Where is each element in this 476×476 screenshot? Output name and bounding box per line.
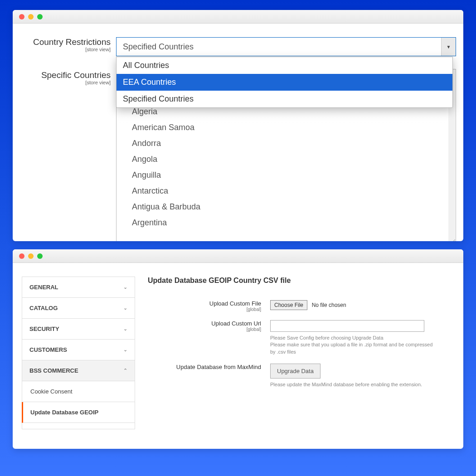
hint-text: Please update the MaxMind database befor…: [270, 381, 433, 388]
sidebar-group-catalog[interactable]: CATALOG⌄: [22, 298, 135, 319]
country-item[interactable]: Antigua & Barbuda: [130, 199, 456, 215]
sidebar-label: CUSTOMERS: [29, 346, 67, 353]
chevron-down-icon: ⌄: [123, 305, 127, 311]
close-dot-icon[interactable]: [19, 14, 24, 19]
country-item[interactable]: Anguilla: [130, 167, 456, 183]
sidebar-label: SECURITY: [29, 325, 59, 332]
country-item[interactable]: Angola: [130, 151, 456, 167]
chevron-up-icon: ⌃: [123, 368, 127, 374]
upload-file-label: Upload Custom File: [209, 300, 261, 307]
maximize-dot-icon[interactable]: [37, 14, 43, 19]
sidebar-tail: [22, 423, 135, 429]
sidebar-group-bss[interactable]: BSS COMMERCE⌃: [22, 360, 135, 381]
sidebar-sub-update-geoip[interactable]: Update Database GEOIP: [22, 402, 135, 423]
scope-text: [store view]: [16, 47, 111, 52]
country-item[interactable]: American Samoa: [130, 120, 456, 136]
hint-text: Please Save Config before choosing Upgra…: [270, 335, 433, 341]
config-content: Update Database GEOIP Country CSV file U…: [148, 277, 454, 449]
upload-url-input[interactable]: [270, 320, 424, 332]
scope-text: [global]: [148, 307, 261, 312]
page-title: Update Database GEOIP Country CSV file: [148, 277, 454, 287]
file-status: No file chosen: [312, 302, 346, 308]
titlebar: [13, 249, 463, 263]
sidebar-label: GENERAL: [29, 284, 58, 291]
config-sidebar: GENERAL⌄ CATALOG⌄ SECURITY⌄ CUSTOMERS⌄ B…: [22, 277, 135, 449]
sidebar-group-security[interactable]: SECURITY⌄: [22, 319, 135, 340]
chevron-down-icon[interactable]: ▼: [441, 38, 456, 56]
country-item[interactable]: Argentina: [130, 215, 456, 231]
specific-countries-label: Specific Countries: [41, 70, 111, 80]
country-restrictions-select[interactable]: Specified Countries ▼: [116, 37, 456, 56]
chevron-down-icon: ⌄: [123, 347, 127, 353]
country-item[interactable]: Antarctica: [130, 183, 456, 199]
country-item[interactable]: Andorra: [130, 136, 456, 151]
sidebar-label: CATALOG: [29, 305, 58, 311]
sidebar-group-general[interactable]: GENERAL⌄: [22, 277, 135, 298]
select-value: Specified Countries: [123, 42, 194, 52]
upgrade-data-button[interactable]: Upgrade Data: [270, 364, 321, 379]
window-country-restrictions: Country Restrictions [store view] Specif…: [13, 10, 463, 241]
chevron-down-icon: ⌄: [123, 326, 127, 332]
scope-text: [global]: [148, 327, 261, 332]
upload-url-label: Upload Custom Url: [211, 320, 261, 327]
choose-file-button[interactable]: Choose File: [270, 300, 307, 310]
dropdown-option-eea[interactable]: EEA Countries: [117, 74, 452, 91]
minimize-dot-icon[interactable]: [28, 14, 34, 19]
country-restrictions-label: Country Restrictions: [33, 37, 111, 47]
sidebar-sub-cookie-consent[interactable]: Cookie Consent: [22, 381, 135, 402]
window-geoip-config: GENERAL⌄ CATALOG⌄ SECURITY⌄ CUSTOMERS⌄ B…: [13, 249, 463, 449]
titlebar: [13, 10, 463, 24]
maximize-dot-icon[interactable]: [37, 253, 43, 259]
chevron-down-icon: ⌄: [123, 284, 127, 290]
resize-handle-icon[interactable]: [448, 239, 455, 241]
dropdown-option-specified[interactable]: Specified Countries: [117, 91, 452, 107]
hint-text: Please make sure that you upload a file …: [270, 341, 433, 355]
sidebar-group-customers[interactable]: CUSTOMERS⌄: [22, 340, 135, 360]
minimize-dot-icon[interactable]: [28, 253, 34, 259]
update-maxmind-label: Update Database from MaxMind: [176, 364, 261, 370]
country-restrictions-dropdown: All Countries EEA Countries Specified Co…: [116, 57, 453, 108]
scope-text: [store view]: [16, 80, 111, 85]
sidebar-label: BSS COMMERCE: [29, 367, 78, 374]
close-dot-icon[interactable]: [19, 253, 24, 259]
dropdown-option-all[interactable]: All Countries: [117, 57, 452, 74]
